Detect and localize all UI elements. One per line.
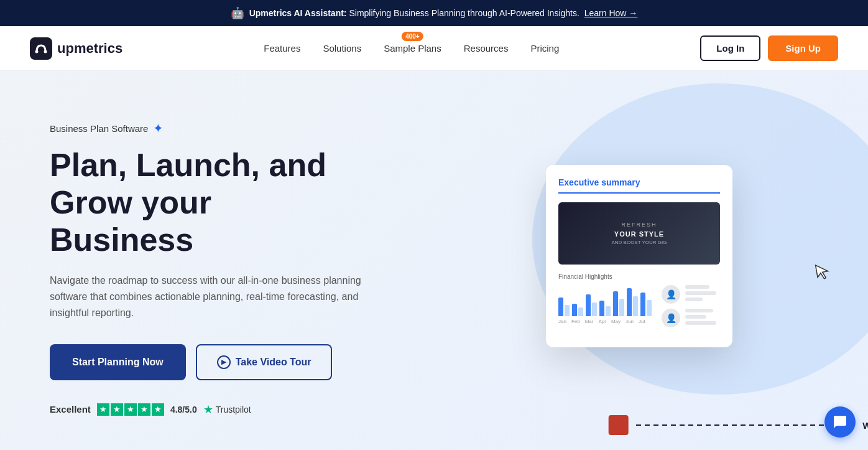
svg-point-1 bbox=[44, 50, 47, 53]
profile-rows: 👤 👤 bbox=[662, 285, 720, 327]
write-plan-line bbox=[636, 424, 855, 426]
hero-badge: Business Plan Software ✦ bbox=[50, 121, 381, 136]
star-2: ★ bbox=[111, 403, 123, 416]
signup-button[interactable]: Sign Up bbox=[768, 35, 838, 61]
rating-value: 4.8/5.0 bbox=[170, 405, 197, 415]
document-card: Executive summary REFRESH YOUR STYLE AND… bbox=[546, 165, 732, 347]
star-4: ★ bbox=[138, 403, 150, 416]
star-1: ★ bbox=[97, 403, 109, 416]
svg-point-0 bbox=[35, 50, 39, 53]
tp-star-icon: ★ bbox=[203, 403, 213, 416]
sparkle-icon: ✦ bbox=[153, 121, 164, 136]
write-plan-box bbox=[609, 415, 629, 435]
robot-icon: 🤖 bbox=[231, 6, 244, 20]
star-5: ★ bbox=[152, 403, 164, 416]
profile-row-2: 👤 bbox=[662, 309, 720, 327]
profile-row-1: 👤 bbox=[662, 285, 720, 304]
avatar-2: 👤 bbox=[662, 309, 680, 327]
play-icon: ▶ bbox=[217, 355, 231, 369]
star-rating: ★ ★ ★ ★ ★ bbox=[97, 403, 164, 416]
doc-image: REFRESH YOUR STYLE AND BOOST YOUR GIG bbox=[558, 202, 720, 265]
hero-title: Plan, Launch, and Grow your Business bbox=[50, 147, 381, 258]
financial-section: Financial Highlights J bbox=[558, 273, 720, 327]
nav-item-pricing[interactable]: Pricing bbox=[530, 43, 559, 54]
chat-bubble[interactable] bbox=[824, 406, 856, 438]
avatar-1: 👤 bbox=[662, 285, 680, 304]
nav-item-resources[interactable]: Resources bbox=[464, 43, 509, 54]
hero-right: Executive summary REFRESH YOUR STYLE AND… bbox=[410, 71, 868, 450]
banner-text: Upmetrics AI Assistant: Simplifying Busi… bbox=[249, 8, 638, 18]
trustpilot-logo: ★ Trustpilot bbox=[203, 403, 251, 416]
chart-labels: Jan Feb Mar Apr May Jun Jul bbox=[558, 319, 652, 324]
nav-links: Features Solutions 400+ Sample Plans Res… bbox=[264, 43, 559, 54]
logo[interactable]: upmetrics bbox=[30, 37, 122, 60]
star-3: ★ bbox=[124, 403, 137, 416]
hero-description: Navigate the roadmap to success with our… bbox=[50, 273, 373, 322]
learn-how-link[interactable]: Learn How → bbox=[584, 8, 638, 18]
chart-bars bbox=[558, 285, 652, 316]
hero-buttons: Start Planning Now ▶ Take Video Tour bbox=[50, 344, 381, 380]
logo-icon bbox=[30, 37, 52, 60]
start-planning-button[interactable]: Start Planning Now bbox=[50, 344, 186, 380]
sample-plans-badge: 400+ bbox=[402, 32, 423, 41]
hero-left: Business Plan Software ✦ Plan, Launch, a… bbox=[0, 71, 410, 450]
nav-item-solutions[interactable]: Solutions bbox=[323, 43, 361, 54]
nav-actions: Log In Sign Up bbox=[700, 35, 838, 61]
excellent-label: Excellent bbox=[50, 404, 91, 415]
nav-item-features[interactable]: Features bbox=[264, 43, 300, 54]
nav-item-sample-plans[interactable]: 400+ Sample Plans bbox=[384, 43, 441, 54]
login-button[interactable]: Log In bbox=[700, 35, 760, 61]
write-plan-text: Write a plan bbox=[862, 420, 868, 431]
top-banner: 🤖 Upmetrics AI Assistant: Simplifying Bu… bbox=[0, 0, 868, 26]
financial-title: Financial Highlights bbox=[558, 273, 720, 280]
hero-section: Business Plan Software ✦ Plan, Launch, a… bbox=[0, 71, 868, 450]
trustpilot-row: Excellent ★ ★ ★ ★ ★ 4.8/5.0 ★ Trustpilot bbox=[50, 403, 381, 416]
doc-title: Executive summary bbox=[558, 177, 720, 194]
navbar: upmetrics Features Solutions 400+ Sample… bbox=[0, 26, 868, 71]
take-video-tour-button[interactable]: ▶ Take Video Tour bbox=[196, 344, 333, 380]
